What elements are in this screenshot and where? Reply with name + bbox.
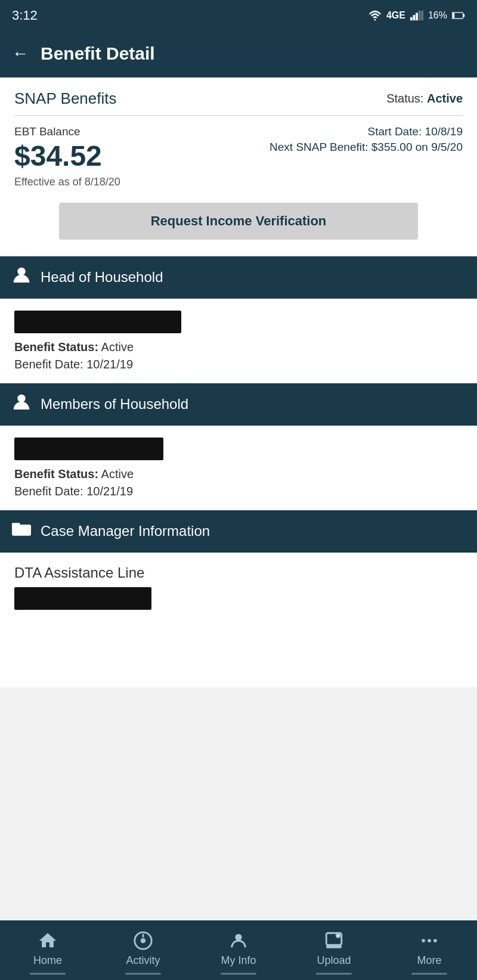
svg-point-23	[428, 939, 431, 942]
nav-activity[interactable]: Activity	[95, 920, 191, 980]
wifi-icon	[368, 10, 382, 21]
svg-point-22	[422, 939, 425, 942]
members-of-household-header: Members of Household	[0, 383, 477, 426]
bottom-nav: Home Activity My Info Upload	[0, 920, 477, 980]
nav-activity-indicator	[125, 973, 161, 975]
upload-icon	[324, 931, 344, 951]
header: ← Benefit Detail	[0, 30, 477, 77]
nav-home-indicator	[30, 973, 66, 975]
case-manager-header: Case Manager Information	[0, 510, 477, 553]
next-benefit: Next SNAP Benefit: $355.00 on 9/5/20	[270, 141, 463, 154]
svg-rect-21	[326, 945, 342, 948]
moh-benefit-status-label: Benefit Status:	[14, 467, 98, 480]
members-person-icon	[12, 393, 31, 416]
nav-more[interactable]: More	[382, 920, 477, 980]
main-content: SNAP Benefits Status: Active EBT Balance…	[0, 77, 477, 687]
hoh-benefit-status-value: Active	[101, 340, 134, 353]
hoh-benefit-date-value: 10/21/19	[86, 358, 133, 371]
head-of-household-label: Head of Household	[41, 269, 163, 286]
snap-header: SNAP Benefits Status: Active	[14, 89, 463, 108]
svg-rect-7	[453, 13, 454, 18]
moh-benefit-date-label: Benefit Date:	[14, 485, 83, 498]
svg-rect-4	[419, 11, 421, 21]
case-manager-content: DTA Assistance Line	[0, 553, 477, 622]
hoh-benefit-date-label: Benefit Date:	[14, 358, 83, 371]
verification-button[interactable]: Request Income Verification	[59, 203, 418, 240]
balance-section: EBT Balance $34.52 Effective as of 8/18/…	[14, 125, 463, 188]
svg-point-9	[17, 267, 25, 275]
svg-point-16	[235, 934, 241, 941]
status-icons: 4GE 16%	[368, 10, 465, 21]
ebt-amount: $34.52	[14, 141, 120, 172]
ebt-label: EBT Balance	[14, 125, 120, 138]
network-label: 4GE	[386, 10, 405, 21]
moh-benefit-date: Benefit Date: 10/21/19	[14, 485, 463, 498]
hoh-benefit-date: Benefit Date: 10/21/19	[14, 358, 463, 371]
status-time: 3:12	[12, 8, 38, 23]
nav-myinfo-label: My Info	[221, 954, 256, 967]
battery-icon	[452, 11, 465, 20]
redacted-name-1	[14, 311, 181, 333]
svg-point-14	[141, 938, 146, 944]
signal-icon	[410, 10, 423, 21]
head-of-household-content: Benefit Status: Active Benefit Date: 10/…	[0, 299, 477, 383]
status-bar: 3:12 4GE 16%	[0, 0, 477, 30]
nav-activity-label: Activity	[126, 954, 160, 967]
members-of-household-label: Members of Household	[41, 396, 188, 413]
snap-title: SNAP Benefits	[14, 89, 117, 108]
nav-myinfo[interactable]: My Info	[191, 920, 286, 980]
snap-status: Status: Active	[386, 92, 463, 106]
nav-more-label: More	[417, 954, 441, 967]
nav-home-label: Home	[33, 954, 62, 967]
divider	[14, 115, 463, 116]
moh-benefit-status: Benefit Status: Active	[14, 467, 463, 481]
nav-more-indicator	[411, 973, 447, 975]
hoh-benefit-status: Benefit Status: Active	[14, 340, 463, 354]
balance-left: EBT Balance $34.52 Effective as of 8/18/…	[14, 125, 120, 188]
nav-myinfo-indicator	[221, 973, 256, 975]
page-title: Benefit Detail	[41, 44, 155, 64]
balance-right: Start Date: 10/8/19 Next SNAP Benefit: $…	[270, 125, 463, 154]
status-label: Status:	[386, 92, 423, 105]
dta-assistance-line-label: DTA Assistance Line	[14, 565, 463, 581]
redacted-phone	[14, 587, 151, 610]
snap-section: SNAP Benefits Status: Active EBT Balance…	[0, 77, 477, 256]
nav-upload-label: Upload	[317, 954, 351, 967]
svg-rect-8	[463, 14, 465, 17]
back-button[interactable]: ←	[12, 44, 29, 63]
svg-point-0	[374, 19, 376, 21]
redacted-name-2	[14, 438, 163, 460]
nav-upload-indicator	[316, 973, 352, 975]
more-icon	[419, 931, 439, 951]
person-icon	[12, 266, 31, 289]
svg-point-10	[17, 394, 25, 402]
battery-label: 16%	[428, 10, 447, 21]
members-of-household-content: Benefit Status: Active Benefit Date: 10/…	[0, 426, 477, 510]
case-manager-label: Case Manager Information	[41, 523, 210, 539]
status-value: Active	[427, 92, 463, 105]
home-icon	[38, 931, 58, 951]
svg-rect-12	[12, 523, 20, 527]
moh-benefit-date-value: 10/21/19	[86, 485, 133, 498]
nav-home[interactable]: Home	[0, 920, 95, 980]
svg-rect-2	[413, 15, 416, 20]
folder-icon	[12, 520, 31, 543]
myinfo-icon	[228, 931, 249, 951]
hoh-benefit-status-label: Benefit Status:	[14, 340, 98, 353]
svg-rect-3	[416, 13, 418, 20]
bottom-spacer	[0, 622, 477, 687]
moh-benefit-status-value: Active	[101, 467, 134, 480]
svg-rect-5	[421, 11, 423, 21]
effective-date: Effective as of 8/18/20	[14, 176, 120, 188]
start-date: Start Date: 10/8/19	[270, 125, 463, 138]
svg-point-24	[433, 939, 437, 942]
head-of-household-header: Head of Household	[0, 256, 477, 299]
activity-icon	[133, 931, 153, 951]
svg-rect-1	[410, 17, 413, 21]
nav-upload[interactable]: Upload	[286, 920, 382, 980]
